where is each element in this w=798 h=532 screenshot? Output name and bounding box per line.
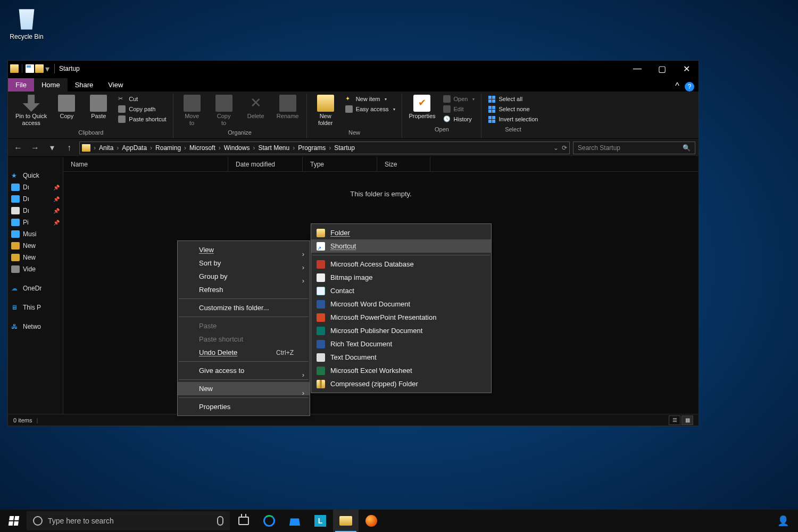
breadcrumb[interactable]: AppData [120,144,149,152]
forward-button[interactable]: → [28,141,42,155]
rename-button[interactable]: Rename [272,94,303,121]
taskbar-search[interactable]: Type here to search [27,511,230,530]
ctx-new-folder[interactable]: Folder [311,226,491,239]
properties-icon[interactable] [26,64,34,73]
tab-view[interactable]: View [101,78,130,92]
close-button[interactable]: ✕ [674,61,699,77]
breadcrumb[interactable]: Programs [296,144,328,152]
ctx-refresh[interactable]: Refresh [178,283,310,296]
folder-icon[interactable] [10,64,19,73]
task-view-button[interactable] [231,510,256,532]
ctx-group-by[interactable]: Group by [178,270,310,283]
ctx-view[interactable]: View [178,243,310,256]
chevron-down-icon[interactable]: ⌄ [553,144,559,152]
select-all-button[interactable]: Select all [486,95,540,103]
ctx-new-word[interactable]: Microsoft Word Document [311,297,491,311]
ctx-give-access-to[interactable]: Give access to [178,364,310,377]
tab-home[interactable]: Home [34,78,68,92]
tab-file[interactable]: File [8,78,34,92]
breadcrumb[interactable]: Startup [332,144,357,152]
search-box[interactable]: Search Startup 🔍 [573,142,695,154]
details-view-button[interactable]: ☰ [669,415,680,425]
ctx-properties[interactable]: Properties [178,400,310,413]
refresh-icon[interactable]: ⟳ [562,144,567,152]
help-icon[interactable]: ? [685,82,694,92]
breadcrumb[interactable]: Windows [222,144,252,152]
cut-button[interactable]: ✂Cut [116,95,168,103]
taskbar-people[interactable]: 👤 [770,510,796,532]
pin-quick-access-button[interactable]: Pin to Quick access [12,94,50,128]
collapse-ribbon-icon[interactable]: ^ [672,81,683,92]
ctx-undo-delete[interactable]: Undo DeleteCtrl+Z [178,346,310,359]
breadcrumb[interactable]: Roaming [153,144,183,152]
sidebar-item[interactable]: Musi [8,228,63,240]
large-icons-view-button[interactable]: ▦ [681,415,693,425]
properties-button[interactable]: Properties [405,94,438,121]
ctx-new-zip[interactable]: Compressed (zipped) Folder [311,377,491,390]
copy-path-button[interactable]: Copy path [116,105,168,113]
ctx-new-shortcut[interactable]: Shortcut [311,239,491,253]
copy-button[interactable]: Copy [51,94,82,121]
taskbar-store[interactable] [282,510,307,532]
sidebar-item[interactable]: New [8,240,63,252]
column-name[interactable]: Name [63,157,228,171]
paste-button[interactable]: Paste [83,94,114,121]
ctx-sort-by[interactable]: Sort by [178,256,310,270]
invert-selection-button[interactable]: Invert selection [486,115,540,123]
new-folder-icon[interactable] [35,64,44,73]
taskbar-firefox[interactable] [359,510,384,532]
ctx-new-powerpoint[interactable]: Microsoft PowerPoint Presentation [311,311,491,324]
sidebar-item[interactable]: Dı📌 [8,193,63,205]
column-size[interactable]: Size [377,157,430,171]
sidebar-item-quick-access[interactable]: ★Quick [8,170,63,181]
ctx-new-access-db[interactable]: Microsoft Access Database [311,257,491,271]
easy-access-button[interactable]: Easy access [343,105,398,113]
column-type[interactable]: Type [303,157,377,171]
move-to-button[interactable]: Move to [177,94,207,128]
sidebar-item[interactable]: Pi📌 [8,217,63,228]
copy-to-button[interactable]: Copy to [209,94,239,128]
edit-button[interactable]: Edit [441,105,477,113]
up-button[interactable]: ↑ [62,141,76,155]
ctx-customize-folder[interactable]: Customize this folder... [178,301,310,314]
address-bar[interactable]: › Anita› AppData› Roaming› Microsoft› Wi… [79,142,570,154]
ctx-new-publisher[interactable]: Microsoft Publisher Document [311,324,491,337]
minimize-button[interactable]: — [625,61,650,77]
maximize-button[interactable]: ▢ [650,61,674,77]
new-item-button[interactable]: ✦New item [343,95,398,103]
taskbar-app-l[interactable]: L [307,510,333,532]
new-folder-button[interactable]: New folder [310,94,341,128]
ctx-new[interactable]: New [178,382,310,395]
copy-icon [58,95,75,112]
tab-share[interactable]: Share [68,78,101,92]
desktop-icon-recycle-bin[interactable]: Recycle Bin [5,5,48,40]
microphone-icon[interactable] [217,516,223,526]
sidebar-item[interactable]: Dı📌 [8,181,63,193]
ctx-new-rtf[interactable]: Rich Text Document [311,337,491,351]
delete-button[interactable]: ✕Delete [240,94,271,121]
history-button[interactable]: 🕓History [441,115,477,123]
sidebar-item-network[interactable]: 🖧Netwo [8,321,63,332]
sidebar-item[interactable]: Dı📌 [8,205,63,217]
ctx-new-contact[interactable]: Contact [311,284,491,297]
ctx-new-text[interactable]: Text Document [311,351,491,364]
taskbar-edge[interactable] [256,510,282,532]
sidebar-item-onedrive[interactable]: ☁OneDr [8,282,63,294]
start-button[interactable] [2,510,26,532]
sidebar-item[interactable]: Vide [8,263,63,275]
ctx-new-excel[interactable]: Microsoft Excel Worksheet [311,364,491,377]
sidebar-item-this-pc[interactable]: 🖥This P [8,302,63,313]
sidebar-item[interactable]: New [8,252,63,263]
chevron-down-icon[interactable]: ▾ [45,66,50,71]
select-none-button[interactable]: Select none [486,105,540,113]
recent-locations-button[interactable]: ▾ [45,141,59,155]
breadcrumb[interactable]: Anita [97,144,115,152]
breadcrumb[interactable]: Start Menu [256,144,292,152]
open-button[interactable]: Open [441,95,477,103]
back-button[interactable]: ← [11,141,25,155]
paste-shortcut-button[interactable]: Paste shortcut [116,115,168,123]
taskbar-file-explorer[interactable] [333,510,359,532]
ctx-new-bitmap[interactable]: Bitmap image [311,271,491,284]
breadcrumb[interactable]: Microsoft [187,144,218,152]
column-date[interactable]: Date modified [228,157,303,171]
